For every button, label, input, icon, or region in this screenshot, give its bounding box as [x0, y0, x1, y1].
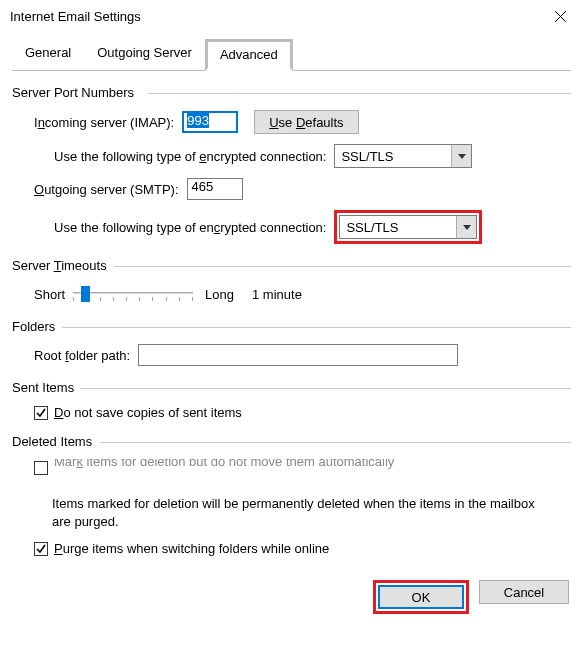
group-sent-items: Sent Items Do not save copies of sent it… [12, 380, 571, 420]
row-do-not-save: Do not save copies of sent items [12, 405, 571, 420]
root-folder-label: Root folder path: [34, 348, 130, 363]
outgoing-encryption-label: Use the following type of encrypted conn… [54, 220, 326, 235]
outgoing-encryption-select[interactable]: SSL/TLS [339, 215, 477, 239]
row-root-folder: Root folder path: [12, 344, 571, 366]
group-legend-deleted-items: Deleted Items [12, 434, 571, 449]
group-folders: Folders Root folder path: [12, 319, 571, 366]
slider-thumb[interactable] [81, 286, 90, 302]
title-bar: Internet Email Settings [0, 0, 583, 32]
incoming-encryption-select[interactable]: SSL/TLS [334, 144, 472, 168]
window-title: Internet Email Settings [10, 9, 141, 24]
do-not-save-label: Do not save copies of sent items [54, 405, 242, 420]
close-icon [555, 11, 566, 22]
timeout-long-label: Long [205, 287, 234, 302]
purge-checkbox[interactable] [34, 542, 48, 556]
row-incoming-encryption: Use the following type of encrypted conn… [12, 144, 571, 168]
timeout-short-label: Short [34, 287, 65, 302]
timeout-value: 1 minute [252, 287, 302, 302]
tab-general[interactable]: General [12, 39, 84, 71]
chevron-down-icon [451, 145, 471, 167]
outgoing-server-port-input[interactable]: 465 [187, 178, 243, 200]
group-server-timeouts: Server Timeouts Short Long 1 minute [12, 258, 571, 305]
ok-highlight: OK [373, 580, 469, 614]
tab-outgoing-server[interactable]: Outgoing Server [84, 39, 205, 71]
row-timeout-slider: Short Long 1 minute [12, 283, 571, 305]
timeout-slider[interactable] [73, 283, 193, 305]
incoming-server-label: Incoming server (IMAP): [34, 115, 174, 130]
row-mark-for-deletion: Mark items for deletion but do not move … [12, 459, 571, 485]
chevron-down-icon [456, 216, 476, 238]
purge-label: Purge items when switching folders while… [54, 541, 329, 556]
ok-button[interactable]: OK [378, 585, 464, 609]
outgoing-encryption-highlight: SSL/TLS [334, 210, 482, 244]
group-legend-timeouts: Server Timeouts [12, 258, 571, 273]
group-deleted-items: Deleted Items Mark items for deletion bu… [12, 434, 571, 556]
outgoing-server-label: Outgoing server (SMTP): [34, 182, 179, 197]
tab-advanced[interactable]: Advanced [205, 39, 293, 71]
use-defaults-button[interactable]: Use Defaults [254, 110, 358, 134]
row-outgoing-server: Outgoing server (SMTP): 465 [12, 178, 571, 200]
row-incoming-server: Incoming server (IMAP): 993 Use Defaults [12, 110, 571, 134]
root-folder-input[interactable] [138, 344, 458, 366]
mark-for-deletion-label: Mark items for deletion but do not move … [54, 459, 394, 469]
dialog-footer: OK Cancel [0, 568, 583, 626]
row-outgoing-encryption: Use the following type of encrypted conn… [12, 210, 571, 244]
deleted-items-note: Items marked for deletion will be perman… [12, 495, 571, 531]
row-purge: Purge items when switching folders while… [12, 541, 571, 556]
incoming-encryption-label: Use the following type of encrypted conn… [54, 149, 326, 164]
group-legend-folders: Folders [12, 319, 571, 334]
mark-for-deletion-checkbox[interactable] [34, 461, 48, 475]
do-not-save-checkbox[interactable] [34, 406, 48, 420]
tab-strip: General Outgoing Server Advanced [12, 38, 571, 71]
group-server-port-numbers: Server Port Numbers Incoming server (IMA… [12, 85, 571, 244]
group-legend-server-ports: Server Port Numbers [12, 85, 571, 100]
incoming-server-port-input[interactable]: 993 [182, 111, 238, 133]
group-legend-sent-items: Sent Items [12, 380, 571, 395]
cancel-button[interactable]: Cancel [479, 580, 569, 604]
close-button[interactable] [538, 0, 583, 32]
